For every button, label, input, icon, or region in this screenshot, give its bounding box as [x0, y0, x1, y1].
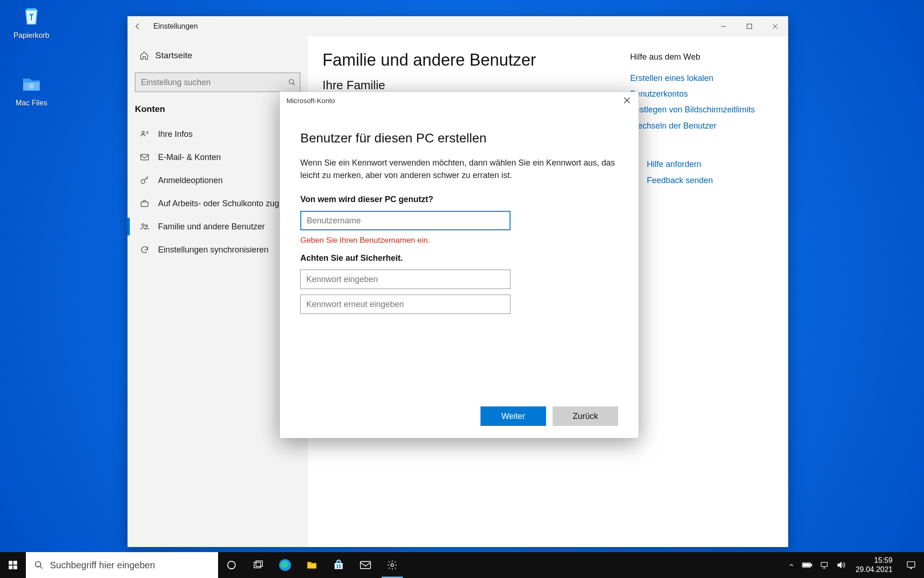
taskbar-search[interactable]: Suchbegriff hier eingeben [26, 552, 218, 578]
volume-icon[interactable] [836, 560, 845, 570]
desktop-mac-files[interactable]: Mac Files [8, 70, 55, 107]
settings-search-input[interactable] [135, 73, 300, 92]
svg-rect-37 [803, 564, 810, 566]
svg-point-13 [142, 224, 144, 226]
desktop-icon-label: Papierkorb [8, 31, 55, 40]
dialog-titlebar: Microsoft-Konto [280, 92, 638, 109]
search-icon [288, 79, 296, 86]
svg-rect-19 [9, 561, 12, 565]
start-button[interactable] [0, 552, 26, 578]
search-placeholder: Suchbegriff hier eingeben [50, 560, 155, 571]
nav-label: Familie und andere Benutzer [158, 222, 265, 232]
svg-point-23 [36, 562, 41, 567]
help-panel: Hilfe aus dem Web Erstellen eines lokale… [630, 50, 773, 533]
dialog-title: Microsoft-Konto [286, 97, 335, 105]
edge-icon[interactable] [272, 552, 298, 578]
nav-label: Einstellungen synchronisieren [158, 245, 268, 255]
taskbar-clock[interactable]: 15:59 29.04.2021 [850, 556, 898, 574]
svg-point-14 [146, 225, 147, 227]
dialog-heading: Benutzer für diesen PC erstellen [300, 131, 618, 146]
svg-point-5 [289, 80, 293, 84]
section-title: Ihre Familie [322, 78, 612, 92]
svg-line-6 [293, 83, 295, 85]
back-button[interactable] [128, 16, 148, 37]
security-label: Achten Sie auf Sicherheit. [300, 253, 618, 263]
clock-date: 29.04.2021 [856, 565, 893, 574]
taskbar: Suchbegriff hier eingeben 15:59 29.04.20… [0, 552, 924, 578]
titlebar: Einstellungen [128, 16, 788, 37]
who-uses-label: Von wem wird dieser PC genutzt? [300, 195, 618, 204]
svg-rect-10 [141, 154, 149, 160]
cortana-button[interactable] [218, 552, 245, 578]
svg-point-0 [29, 83, 34, 89]
person-card-icon [140, 129, 150, 139]
help-title: Hilfe aus dem Web [630, 52, 773, 62]
svg-rect-22 [13, 566, 17, 569]
help-request-link[interactable]: Hilfe anfordern [647, 160, 701, 169]
mail-icon[interactable] [352, 552, 379, 578]
password-input[interactable] [300, 270, 511, 289]
sidebar-home[interactable]: Startseite [128, 45, 308, 66]
help-link-switch-user[interactable]: Wechseln der Benutzer [630, 118, 773, 134]
svg-rect-20 [13, 561, 17, 565]
nav-label: Anmeldeoptionen [158, 176, 223, 185]
help-link-screen-time[interactable]: Festlegen von Bildschirmzeitlimits [630, 102, 773, 117]
next-button[interactable]: Weiter [480, 406, 546, 426]
svg-rect-21 [9, 566, 12, 569]
close-button[interactable] [762, 16, 788, 37]
search-icon [34, 560, 43, 570]
svg-rect-41 [907, 562, 915, 567]
home-icon [140, 51, 149, 60]
svg-rect-38 [821, 562, 827, 566]
dialog-close-button[interactable] [615, 92, 638, 109]
store-icon[interactable] [325, 552, 352, 578]
svg-line-24 [40, 566, 43, 569]
password-confirm-input[interactable] [300, 295, 511, 314]
feedback-link[interactable]: Feedback senden [647, 176, 713, 185]
people-icon [140, 221, 150, 232]
settings-icon[interactable] [379, 552, 406, 578]
recycle-bin-icon [18, 3, 44, 29]
svg-point-25 [228, 561, 236, 569]
svg-rect-33 [360, 561, 371, 568]
nav-label: Ihre Infos [158, 129, 193, 139]
back-button[interactable]: Zurück [553, 406, 618, 426]
svg-rect-2 [747, 24, 752, 29]
desktop-icon-label: Mac Files [8, 99, 55, 107]
svg-point-11 [141, 179, 145, 183]
action-center-button[interactable] [898, 552, 924, 578]
sync-icon [140, 245, 150, 255]
home-label: Startseite [155, 50, 192, 61]
mail-icon [140, 152, 150, 162]
svg-rect-36 [811, 564, 812, 566]
svg-point-34 [391, 564, 394, 566]
file-explorer-icon[interactable] [298, 552, 325, 578]
username-error: Geben Sie Ihren Benutzernamen ein. [300, 236, 618, 245]
battery-icon[interactable] [802, 562, 812, 568]
maximize-button[interactable] [736, 16, 762, 37]
svg-rect-29 [337, 565, 338, 566]
nav-label: E-Mail- & Konten [158, 153, 221, 162]
window-title: Einstellungen [153, 22, 198, 31]
task-view-button[interactable] [245, 552, 272, 578]
svg-rect-31 [337, 566, 338, 568]
svg-rect-32 [339, 566, 340, 568]
create-user-dialog: Microsoft-Konto Benutzer für diesen PC e… [280, 92, 639, 438]
tray-expand-icon[interactable] [788, 562, 795, 568]
svg-point-7 [142, 131, 144, 134]
key-icon [140, 175, 150, 185]
minimize-button[interactable] [711, 16, 736, 37]
network-icon[interactable] [820, 561, 829, 569]
svg-rect-12 [141, 202, 148, 207]
help-link-local-account[interactable]: Erstellen eines lokalen Benutzerkontos [630, 70, 773, 102]
svg-rect-26 [254, 562, 261, 568]
page-title: Familie und andere Benutzer [322, 50, 612, 70]
desktop-recycle-bin[interactable]: Papierkorb [8, 3, 55, 40]
briefcase-icon [140, 198, 150, 209]
svg-rect-30 [339, 565, 340, 566]
nav-label: Auf Arbeits- oder Schulkonto zugreifen [158, 199, 296, 209]
username-input[interactable] [300, 211, 511, 230]
dialog-description: Wenn Sie ein Kennwort verwenden möchten,… [300, 157, 618, 182]
svg-rect-27 [256, 561, 262, 566]
folder-icon [18, 70, 44, 96]
